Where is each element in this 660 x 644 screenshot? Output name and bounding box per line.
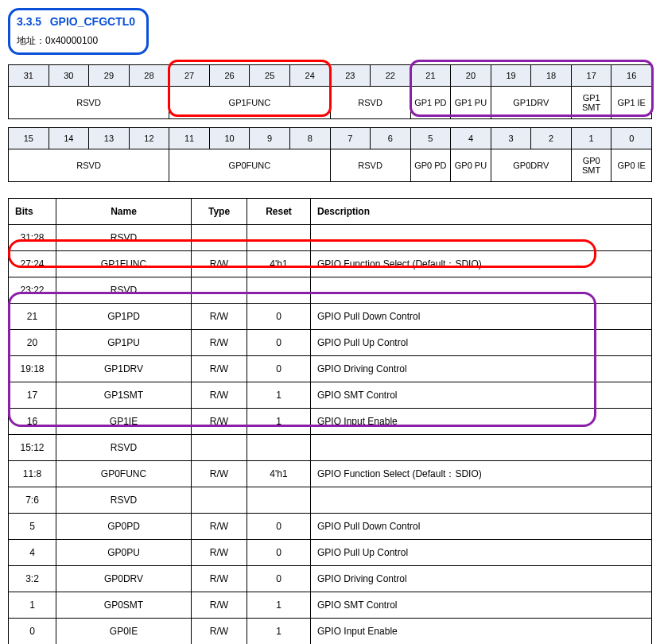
bit-number-cell: 6: [371, 128, 411, 149]
table-cell: 17: [9, 382, 56, 409]
bit-number-cell: 18: [531, 65, 572, 87]
table-cell: GP0SMT: [56, 592, 192, 619]
table-cell: GPIO Pull Down Control: [311, 304, 652, 330]
table-cell: GP0DRV: [56, 566, 192, 592]
table-cell: 23:22: [9, 277, 56, 304]
bit-number-cell: 4: [451, 128, 491, 149]
bit-number-cell: 22: [371, 65, 411, 87]
table-cell: 5: [9, 514, 56, 540]
address-label: 地址：: [17, 35, 45, 46]
table-cell: [311, 277, 652, 304]
bit-number-cell: 15: [9, 128, 49, 149]
table-cell: 31:28: [9, 225, 56, 251]
table-row: 15:12RSVD: [9, 435, 652, 461]
table-header-bits: Bits: [9, 199, 56, 225]
table-cell: 7:6: [9, 487, 56, 514]
bit-number-cell: 3: [491, 128, 531, 149]
table-cell: 0: [247, 566, 311, 592]
table-cell: 21: [9, 304, 56, 330]
table-cell: 1: [247, 409, 311, 435]
table-cell: GPIO Driving Control: [311, 566, 652, 592]
table-row: 23:22RSVD: [9, 277, 652, 304]
table-row: 4GP0PUR/W0GPIO Pull Up Control: [9, 540, 652, 566]
bit-field-cell: GP1 SMT: [571, 87, 611, 119]
table-cell: GPIO Pull Up Control: [311, 540, 652, 566]
bit-number-cell: 9: [250, 128, 290, 149]
table-cell: 19:18: [9, 356, 56, 382]
bit-field-cell: GP0 PD: [410, 149, 451, 182]
table-cell: GP0FUNC: [56, 461, 192, 487]
table-cell: 1: [9, 592, 56, 619]
table-cell: [247, 435, 311, 461]
bit-number-cell: 21: [410, 65, 451, 87]
bit-number-cell: 11: [169, 128, 210, 149]
table-header-reset: Reset: [247, 199, 311, 225]
table-cell: GPIO Function Select (Default：SDIO): [311, 251, 652, 277]
table-header-desc: Description: [311, 199, 652, 225]
definitions-container: BitsNameTypeResetDescription31:28RSVD27:…: [8, 198, 652, 644]
table-cell: R/W: [192, 619, 247, 645]
bit-field-cell: GP0DRV: [491, 149, 571, 182]
table-cell: 1: [247, 592, 311, 619]
bit-number-cell: 19: [491, 65, 531, 87]
table-row: 21GP1PDR/W0GPIO Pull Down Control: [9, 304, 652, 330]
table-cell: GP1PD: [56, 304, 192, 330]
table-cell: GP1IE: [56, 409, 192, 435]
table-cell: 3:2: [9, 566, 56, 592]
bit-field-cell: GP0FUNC: [169, 149, 330, 182]
table-cell: R/W: [192, 382, 247, 409]
table-cell: GP0PU: [56, 540, 192, 566]
bit-number-cell: 5: [410, 128, 451, 149]
bit-number-cell: 12: [129, 128, 169, 149]
bit-number-cell: 2: [531, 128, 572, 149]
table-cell: 1: [247, 619, 311, 645]
bit-number-cell: 1: [571, 128, 611, 149]
bit-layout-row-low: 1514131211109876543210RSVDGP0FUNCRSVDGP0…: [8, 127, 652, 182]
table-cell: [247, 277, 311, 304]
table-row: 20GP1PUR/W0GPIO Pull Up Control: [9, 330, 652, 356]
table-row: 3:2GP0DRVR/W0GPIO Driving Control: [9, 566, 652, 592]
table-cell: [192, 487, 247, 514]
table-cell: GP1FUNC: [56, 251, 192, 277]
table-row: 19:18GP1DRVR/W0GPIO Driving Control: [9, 356, 652, 382]
bit-number-cell: 31: [9, 65, 49, 87]
table-cell: [192, 225, 247, 251]
table-cell: R/W: [192, 592, 247, 619]
table-cell: 27:24: [9, 251, 56, 277]
table-cell: 0: [247, 304, 311, 330]
bit-field-cell: RSVD: [9, 87, 169, 119]
bit-number-cell: 30: [49, 65, 89, 87]
table-cell: [192, 435, 247, 461]
table-cell: 20: [9, 330, 56, 356]
table-cell: GPIO Driving Control: [311, 356, 652, 382]
table-cell: 16: [9, 409, 56, 435]
table-cell: RSVD: [56, 435, 192, 461]
table-cell: 11:8: [9, 461, 56, 487]
table-cell: 0: [247, 330, 311, 356]
section-title: 3.3.5 GPIO_CFGCTL0: [17, 15, 135, 28]
bit-number-cell: 29: [89, 65, 130, 87]
bit-field-cell: GP1 PU: [451, 87, 491, 119]
table-row: 31:28RSVD: [9, 225, 652, 251]
register-name: GPIO_CFGCTL0: [50, 15, 135, 28]
bit-number-cell: 26: [209, 65, 250, 87]
bit-field-cell: GP1DRV: [491, 87, 571, 119]
bit-number-cell: 13: [89, 128, 130, 149]
table-cell: RSVD: [56, 487, 192, 514]
bit-number-cell: 24: [289, 65, 330, 87]
table-cell: GPIO SMT Control: [311, 592, 652, 619]
bit-number-cell: 27: [169, 65, 210, 87]
table-cell: [192, 277, 247, 304]
table-cell: R/W: [192, 409, 247, 435]
table-cell: GP1SMT: [56, 382, 192, 409]
register-fields-table: BitsNameTypeResetDescription31:28RSVD27:…: [8, 198, 652, 644]
table-cell: GPIO Pull Up Control: [311, 330, 652, 356]
table-cell: GPIO Input Enable: [311, 409, 652, 435]
table-cell: 4'h1: [247, 461, 311, 487]
address-value: 0x40000100: [45, 35, 98, 46]
bit-number-cell: 8: [289, 128, 330, 149]
bit-field-cell: GP1FUNC: [169, 87, 330, 119]
table-cell: 4'h1: [247, 251, 311, 277]
table-header-type: Type: [192, 199, 247, 225]
table-cell: 0: [247, 514, 311, 540]
